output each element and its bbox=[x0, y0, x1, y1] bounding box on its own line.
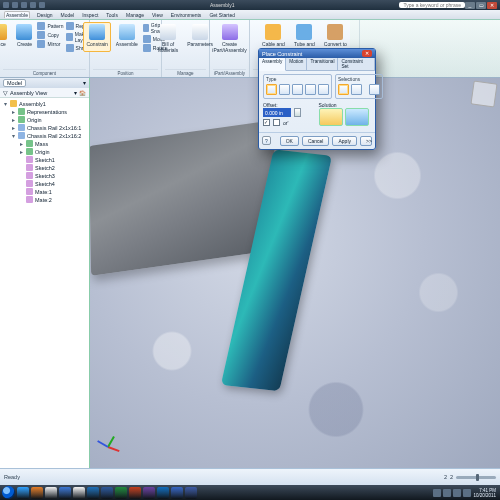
tree-node[interactable]: ▸Chassis Rail 2x1x16:1 bbox=[2, 124, 87, 132]
qat-icon[interactable] bbox=[3, 2, 9, 8]
browser-tab-model[interactable]: Model bbox=[3, 79, 26, 87]
tab-environments[interactable]: Environments bbox=[170, 12, 203, 18]
dialog-close-button[interactable]: ✕ bbox=[362, 50, 372, 57]
tree-twisty-icon[interactable]: ▸ bbox=[18, 149, 24, 155]
tab-view[interactable]: View bbox=[151, 12, 164, 18]
tab-assemble[interactable]: Assemble bbox=[4, 11, 30, 18]
taskbar-app-icon[interactable] bbox=[45, 487, 57, 499]
tab-tools[interactable]: Tools bbox=[105, 12, 119, 18]
create-ipart-button[interactable]: Create iPart/iAssembly bbox=[209, 22, 249, 55]
pattern-button[interactable]: Pattern bbox=[37, 22, 63, 30]
offset-spinner[interactable] bbox=[294, 108, 301, 117]
taskbar-app-icon[interactable] bbox=[185, 487, 197, 499]
dialog-info-button[interactable]: ? bbox=[262, 136, 271, 145]
view-cube[interactable] bbox=[470, 80, 497, 107]
predict-checkbox[interactable] bbox=[273, 119, 280, 126]
tree-node[interactable]: Mate:1 bbox=[2, 188, 87, 196]
dialog-tab-transitional[interactable]: Transitional bbox=[307, 58, 338, 70]
taskbar-app-icon[interactable] bbox=[59, 487, 71, 499]
type-insert-button[interactable] bbox=[305, 84, 316, 95]
taskbar-app-icon[interactable] bbox=[73, 487, 85, 499]
tab-get-started[interactable]: Get Started bbox=[208, 12, 236, 18]
tree-node[interactable]: Sketch2 bbox=[2, 164, 87, 172]
tab-model[interactable]: Model bbox=[60, 12, 76, 18]
type-symmetry-button[interactable] bbox=[318, 84, 329, 95]
dialog-titlebar[interactable]: Place Constraint ✕ bbox=[259, 49, 375, 58]
preview-checkbox[interactable] bbox=[263, 119, 270, 126]
solution-mate-button[interactable] bbox=[319, 108, 343, 126]
tree-twisty-icon[interactable]: ▸ bbox=[18, 141, 24, 147]
tree-node[interactable]: Sketch4 bbox=[2, 180, 87, 188]
tree-node-icon bbox=[18, 116, 25, 123]
tree-twisty-icon[interactable]: ▾ bbox=[10, 133, 16, 139]
tray-icon[interactable] bbox=[433, 489, 441, 497]
copy-button[interactable]: Copy bbox=[37, 31, 59, 39]
tree-twisty-icon[interactable]: ▸ bbox=[10, 109, 16, 115]
tab-design[interactable]: Design bbox=[36, 12, 54, 18]
close-button[interactable]: ✕ bbox=[487, 2, 497, 9]
chassis-rail-geometry[interactable] bbox=[90, 120, 276, 276]
zoom-slider[interactable] bbox=[456, 476, 496, 479]
tree-node[interactable]: ▸Origin bbox=[2, 148, 87, 156]
taskbar-app-icon[interactable] bbox=[87, 487, 99, 499]
tab-inspect[interactable]: Inspect bbox=[81, 12, 99, 18]
selection-2-button[interactable] bbox=[351, 84, 362, 95]
start-button[interactable] bbox=[2, 486, 15, 499]
tree-node[interactable]: ▸Mass bbox=[2, 140, 87, 148]
tray-icon[interactable] bbox=[463, 489, 471, 497]
qat-icon[interactable] bbox=[21, 2, 27, 8]
browser-view-selector[interactable]: ▽ Assembly View ▾ 🏠 bbox=[0, 88, 89, 98]
taskbar-clock[interactable]: 7:41 PM 10/20/2011 bbox=[473, 488, 496, 498]
tree-node[interactable]: Sketch1 bbox=[2, 156, 87, 164]
quick-access-toolbar[interactable] bbox=[3, 2, 45, 8]
selection-1-button[interactable] bbox=[338, 84, 349, 95]
tray-icon[interactable] bbox=[453, 489, 461, 497]
dialog-tab-constraint-set[interactable]: Constraint Set bbox=[338, 58, 375, 70]
offset-field[interactable]: 0.000 in bbox=[263, 108, 291, 117]
ok-button[interactable]: OK bbox=[280, 136, 299, 146]
minimize-button[interactable]: _ bbox=[465, 2, 475, 9]
tree-node[interactable]: ▸Representations bbox=[2, 108, 87, 116]
help-search[interactable]: Type a keyword or phrase bbox=[399, 2, 465, 8]
taskbar-app-icon[interactable] bbox=[129, 487, 141, 499]
tree-node-icon bbox=[26, 156, 33, 163]
tree-node[interactable]: ▸Origin bbox=[2, 116, 87, 124]
tray-icon[interactable] bbox=[443, 489, 451, 497]
apply-button[interactable]: Apply bbox=[332, 136, 357, 146]
taskbar-app-icon[interactable] bbox=[115, 487, 127, 499]
cancel-button[interactable]: Cancel bbox=[302, 136, 330, 146]
type-mate-button[interactable] bbox=[266, 84, 277, 95]
type-tangent-button[interactable] bbox=[292, 84, 303, 95]
qat-icon[interactable] bbox=[30, 2, 36, 8]
tree-node[interactable]: ▾Chassis Rail 2x1x16:2 bbox=[2, 132, 87, 140]
maximize-button[interactable]: ▭ bbox=[476, 2, 486, 9]
system-tray[interactable]: 7:41 PM 10/20/2011 bbox=[433, 488, 498, 498]
tree-node[interactable]: Mate:2 bbox=[2, 196, 87, 204]
taskbar-app-icon[interactable] bbox=[171, 487, 183, 499]
constrain-button[interactable]: Constrain bbox=[83, 22, 110, 52]
solution-flush-button[interactable] bbox=[345, 108, 369, 126]
place-button[interactable]: Place bbox=[0, 22, 10, 52]
tree-node[interactable]: ▾Assembly1 bbox=[2, 100, 87, 108]
expand-button[interactable]: >> bbox=[360, 136, 372, 146]
bom-button[interactable]: Bill of Materials bbox=[155, 22, 181, 55]
tab-manage[interactable]: Manage bbox=[125, 12, 145, 18]
tree-node[interactable]: Sketch3 bbox=[2, 172, 87, 180]
type-angle-button[interactable] bbox=[279, 84, 290, 95]
taskbar-app-icon[interactable] bbox=[101, 487, 113, 499]
taskbar-app-icon[interactable] bbox=[143, 487, 155, 499]
model-tree[interactable]: ▾Assembly1▸Representations▸Origin▸Chassi… bbox=[0, 98, 89, 468]
assemble-button[interactable]: Assemble bbox=[113, 22, 141, 52]
taskbar-app-icon[interactable] bbox=[31, 487, 43, 499]
create-button[interactable]: Create bbox=[13, 22, 35, 52]
dialog-tab-assembly[interactable]: Assembly bbox=[259, 58, 286, 71]
pick-part-toggle[interactable] bbox=[369, 84, 380, 95]
qat-icon[interactable] bbox=[12, 2, 18, 8]
mirror-button[interactable]: Mirror bbox=[37, 40, 60, 48]
taskbar-app-icon[interactable] bbox=[157, 487, 169, 499]
taskbar-app-icon[interactable] bbox=[17, 487, 29, 499]
dialog-tab-motion[interactable]: Motion bbox=[286, 58, 307, 70]
tree-twisty-icon[interactable]: ▸ bbox=[10, 117, 16, 123]
tree-twisty-icon[interactable]: ▸ bbox=[10, 125, 16, 131]
tree-twisty-icon[interactable]: ▾ bbox=[2, 101, 8, 107]
